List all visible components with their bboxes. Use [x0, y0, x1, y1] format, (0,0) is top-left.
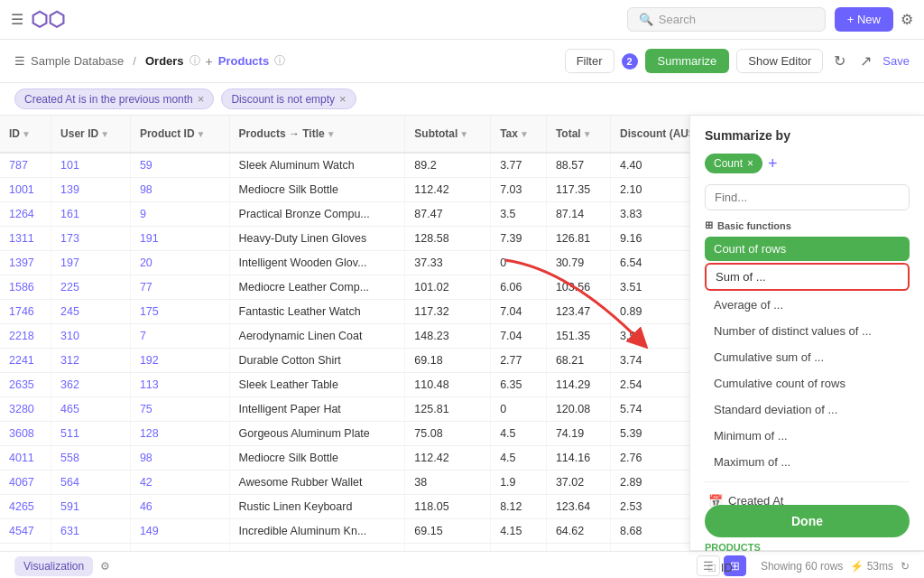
- column-header[interactable]: Product ID▼: [130, 116, 229, 153]
- table-cell[interactable]: 245: [51, 300, 131, 324]
- table-cell: 6.06: [491, 275, 547, 300]
- table-cell[interactable]: 1311: [0, 227, 51, 251]
- table-cell[interactable]: 78: [130, 544, 229, 552]
- products-info-icon[interactable]: ⓘ: [274, 53, 285, 69]
- column-header[interactable]: Tax▼: [491, 116, 547, 153]
- function-item[interactable]: Minimum of ...: [705, 424, 910, 448]
- db-name[interactable]: Sample Database: [31, 54, 124, 68]
- table-cell[interactable]: 161: [51, 202, 131, 227]
- column-header[interactable]: Products → Title▼: [229, 116, 405, 153]
- table-cell[interactable]: 4547: [0, 519, 51, 544]
- table-cell[interactable]: 1746: [0, 300, 51, 324]
- table-cell[interactable]: 20: [130, 251, 229, 275]
- chip-close-button[interactable]: ×: [339, 92, 346, 106]
- function-item[interactable]: Cumulative sum of ...: [705, 345, 910, 369]
- column-header[interactable]: User ID▼: [51, 116, 131, 153]
- table-cell[interactable]: 4265: [0, 495, 51, 519]
- table-cell[interactable]: 4642: [0, 544, 51, 552]
- function-item[interactable]: Sum of ...: [705, 263, 910, 291]
- table-cell[interactable]: 75: [130, 397, 229, 422]
- table-cell: 117.35: [546, 178, 610, 202]
- table-cell[interactable]: 631: [51, 519, 131, 544]
- table-cell[interactable]: 1001: [0, 178, 51, 202]
- table-cell[interactable]: 4067: [0, 471, 51, 495]
- count-chip-close[interactable]: ×: [747, 157, 753, 170]
- table-cell[interactable]: 2241: [0, 349, 51, 373]
- table-cell[interactable]: 564: [51, 471, 131, 495]
- table-cell[interactable]: 191: [130, 227, 229, 251]
- save-button[interactable]: Save: [882, 54, 910, 68]
- table-cell[interactable]: 7: [130, 324, 229, 349]
- table-cell[interactable]: 149: [130, 519, 229, 544]
- products-group-item[interactable]: □ID: [705, 556, 910, 578]
- table-cell[interactable]: 2218: [0, 324, 51, 349]
- new-button[interactable]: + New: [835, 7, 893, 32]
- summarize-button[interactable]: Summarize: [645, 49, 730, 73]
- table-cell[interactable]: 1397: [0, 251, 51, 275]
- table-cell: 118.05: [405, 495, 491, 519]
- settings-button[interactable]: ⚙: [901, 11, 913, 28]
- viz-settings-icon[interactable]: ⚙: [100, 560, 110, 573]
- function-item[interactable]: Maximum of ...: [705, 450, 910, 474]
- table-cell[interactable]: 173: [51, 227, 131, 251]
- table-cell[interactable]: 312: [51, 349, 131, 373]
- refresh-button[interactable]: ↻: [830, 49, 849, 73]
- table-cell[interactable]: 362: [51, 373, 131, 397]
- table-cell[interactable]: 3280: [0, 397, 51, 422]
- function-item[interactable]: Count of rows: [705, 237, 910, 261]
- function-item[interactable]: Average of ...: [705, 293, 910, 317]
- function-item[interactable]: Standard deviation of ...: [705, 397, 910, 422]
- table-cell[interactable]: 128: [130, 422, 229, 446]
- table-cell[interactable]: 225: [51, 275, 131, 300]
- column-header[interactable]: Subtotal▼: [405, 116, 491, 153]
- search-bar[interactable]: 🔍 Search: [627, 7, 826, 32]
- table-cell[interactable]: 558: [51, 446, 131, 471]
- table-cell: 0: [491, 397, 547, 422]
- column-header[interactable]: ID▼: [0, 116, 51, 153]
- function-search-input[interactable]: [705, 184, 910, 210]
- table-cell[interactable]: 101: [51, 153, 131, 178]
- show-editor-button[interactable]: Show Editor: [736, 49, 823, 73]
- column-header[interactable]: Total▼: [546, 116, 610, 153]
- table-cell[interactable]: 139: [51, 178, 131, 202]
- table-cell[interactable]: 192: [130, 349, 229, 373]
- table-cell[interactable]: 4011: [0, 446, 51, 471]
- table-cell[interactable]: 591: [51, 495, 131, 519]
- table-cell[interactable]: 59: [130, 153, 229, 178]
- table-cell: Heavy-Duty Linen Gloves: [229, 227, 405, 251]
- table-cell[interactable]: 787: [0, 153, 51, 178]
- table-cell[interactable]: 1264: [0, 202, 51, 227]
- table-cell: 6.35: [491, 373, 547, 397]
- table-cell[interactable]: 46: [130, 495, 229, 519]
- table-cell[interactable]: 1586: [0, 275, 51, 300]
- table-cell[interactable]: 3608: [0, 422, 51, 446]
- chip-close-button[interactable]: ×: [198, 92, 205, 106]
- table-cell[interactable]: 465: [51, 397, 131, 422]
- table-cell[interactable]: 197: [51, 251, 131, 275]
- add-metric-button[interactable]: +: [768, 154, 778, 173]
- hamburger-icon[interactable]: ☰: [11, 11, 23, 28]
- table-cell[interactable]: 77: [130, 275, 229, 300]
- export-button[interactable]: ↗: [856, 49, 875, 73]
- table-cell[interactable]: 113: [130, 373, 229, 397]
- done-button[interactable]: Done: [705, 505, 910, 537]
- table-cell[interactable]: 175: [130, 300, 229, 324]
- visualization-button[interactable]: Visualization: [14, 556, 93, 576]
- table-cell[interactable]: 42: [130, 471, 229, 495]
- function-item[interactable]: Number of distinct values of ...: [705, 319, 910, 343]
- function-item[interactable]: Cumulative count of rows: [705, 371, 910, 396]
- table-cell[interactable]: 511: [51, 422, 131, 446]
- products-link[interactable]: Products: [218, 54, 269, 68]
- table-cell[interactable]: 9: [130, 202, 229, 227]
- table-cell: 128.58: [405, 227, 491, 251]
- table-cell[interactable]: 98: [130, 178, 229, 202]
- table-cell[interactable]: 644: [51, 544, 131, 552]
- table-cell: 112.42: [405, 446, 491, 471]
- table-cell[interactable]: 310: [51, 324, 131, 349]
- orders-link[interactable]: Orders: [145, 54, 184, 68]
- table-cell[interactable]: 98: [130, 446, 229, 471]
- filter-button[interactable]: Filter: [565, 49, 614, 73]
- add-table-icon[interactable]: +: [206, 54, 213, 69]
- table-cell[interactable]: 2635: [0, 373, 51, 397]
- orders-info-icon[interactable]: ⓘ: [189, 53, 200, 69]
